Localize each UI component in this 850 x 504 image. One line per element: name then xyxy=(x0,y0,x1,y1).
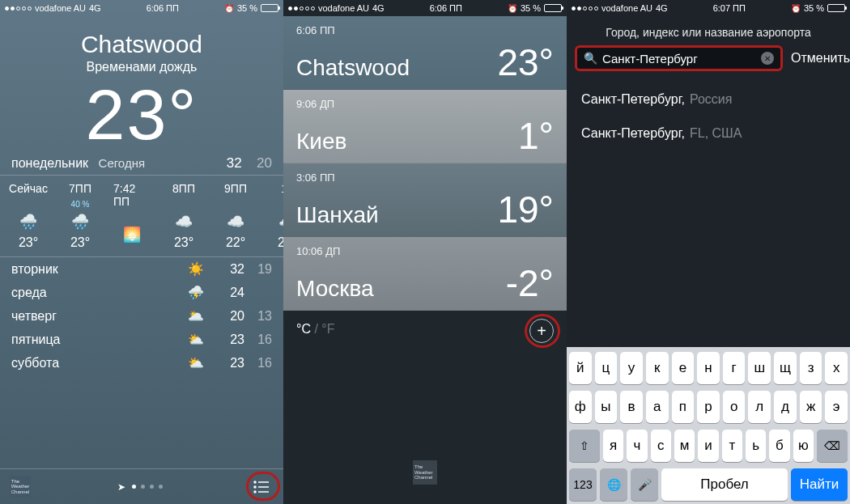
clear-input-button[interactable]: ✕ xyxy=(761,52,774,65)
letter-key[interactable]: а xyxy=(646,391,669,423)
svg-point-0 xyxy=(254,481,256,483)
weather-channel-logo[interactable]: The Weather Channel xyxy=(413,460,437,485)
unit-fahrenheit[interactable]: °F xyxy=(321,322,334,336)
letter-key[interactable]: ч xyxy=(627,430,647,462)
letter-key[interactable]: т xyxy=(722,430,742,462)
signal-dots-icon xyxy=(572,6,598,11)
city-row[interactable]: 3:06 ППШанхай19° xyxy=(283,163,567,237)
day-low: 19 xyxy=(244,262,272,277)
city-row[interactable]: 10:06 ДПМосква-2° xyxy=(283,237,567,311)
letter-key[interactable]: э xyxy=(825,391,848,423)
numbers-key[interactable]: 123 xyxy=(569,468,597,501)
today-low: 20 xyxy=(257,155,272,171)
unit-toggle[interactable]: °C / °F xyxy=(296,322,554,337)
list-bottom-bar: °C / °F + The Weather Channel xyxy=(283,311,567,504)
city-row[interactable]: 9:06 ДПКиев1° xyxy=(283,90,567,163)
letter-key[interactable]: п xyxy=(672,391,695,423)
letter-key[interactable]: к xyxy=(646,352,669,384)
letter-key[interactable]: б xyxy=(769,430,789,462)
result-main: Санкт-Петербург, xyxy=(581,126,685,141)
globe-key[interactable]: 🌐 xyxy=(600,468,627,501)
unit-celsius[interactable]: °C xyxy=(296,322,311,336)
weather-icon: 🌧️ xyxy=(71,213,89,231)
letter-key[interactable]: м xyxy=(674,430,695,462)
city-temp: 23° xyxy=(497,44,554,81)
hour-temp: 22° xyxy=(278,235,283,250)
weather-channel-logo[interactable]: The Weather Channel xyxy=(10,476,31,498)
shift-key[interactable]: ⇧ xyxy=(569,430,600,462)
signal-dots-icon xyxy=(5,6,32,11)
letter-key[interactable]: ф xyxy=(569,391,592,423)
page-indicator[interactable]: ➤ xyxy=(117,481,163,493)
cancel-button[interactable]: Отменить xyxy=(791,51,850,66)
letter-key[interactable]: г xyxy=(723,352,746,384)
letter-key[interactable]: р xyxy=(697,391,720,423)
letter-key[interactable]: з xyxy=(800,352,822,384)
result-main: Санкт-Петербург, xyxy=(581,92,685,107)
letter-key[interactable]: ш xyxy=(748,352,771,384)
current-temperature: 23° xyxy=(0,79,283,150)
letter-key[interactable]: ы xyxy=(595,391,618,423)
letter-key[interactable]: у xyxy=(620,352,643,384)
letter-key[interactable]: л xyxy=(748,391,771,423)
city-list-button[interactable] xyxy=(249,475,274,499)
letter-key[interactable]: ь xyxy=(746,430,766,462)
letter-key[interactable]: д xyxy=(774,391,797,423)
city-name: Chatswood xyxy=(0,31,283,58)
search-field[interactable]: 🔍 ✕ xyxy=(575,45,783,71)
search-key[interactable]: Найти xyxy=(791,468,848,501)
weather-icon: 🌅 xyxy=(123,226,141,244)
letter-key[interactable]: с xyxy=(651,430,671,462)
weather-icon: ☀️ xyxy=(180,261,212,277)
letter-key[interactable]: ю xyxy=(793,430,814,462)
letter-key[interactable]: в xyxy=(620,391,643,423)
hour-label: 8ПП xyxy=(172,182,195,195)
city-name: Шанхай xyxy=(296,202,379,228)
day-label: суббота xyxy=(11,356,180,371)
hourly-cell: 7ПП40 %🌧️23° xyxy=(62,182,99,250)
add-city-button[interactable]: + xyxy=(529,319,554,343)
carrier-label: vodafone AU xyxy=(318,3,369,13)
weather-icon: ⛈️ xyxy=(180,285,212,300)
hour-temp: 23° xyxy=(19,235,38,250)
space-key[interactable]: Пробел xyxy=(661,468,788,501)
clock-label: 6:06 ПП xyxy=(430,3,462,13)
city-name: Москва xyxy=(296,276,374,302)
city-time: 6:06 ПП xyxy=(296,24,335,36)
daily-forecast[interactable]: вторник☀️3219среда⛈️24четверг🌥️2013пятни… xyxy=(0,257,283,375)
letter-key[interactable]: я xyxy=(603,430,623,462)
list-icon xyxy=(253,480,270,494)
hourly-cell: 7:42 ПП🌅 xyxy=(113,182,151,250)
search-result[interactable]: Санкт-Петербург,FL, США xyxy=(567,116,850,150)
clock-label: 6:07 ПП xyxy=(713,3,746,13)
daily-row: суббота⛅2316 xyxy=(0,351,283,375)
search-icon: 🔍 xyxy=(584,52,597,65)
backspace-key[interactable]: ⌫ xyxy=(817,430,848,462)
search-input[interactable] xyxy=(602,52,756,66)
letter-key[interactable]: х xyxy=(825,352,848,384)
day-high: 23 xyxy=(212,332,244,347)
daily-row: среда⛈️24 xyxy=(0,281,283,304)
letter-key[interactable]: о xyxy=(723,391,746,423)
city-row[interactable]: 6:06 ППChatswood23° xyxy=(283,16,567,90)
mic-key[interactable]: 🎤 xyxy=(631,468,658,501)
weather-icon: 🌧️ xyxy=(19,213,37,231)
search-result[interactable]: Санкт-Петербург,Россия xyxy=(567,83,850,116)
search-prompt: Город, индекс или название аэропорта xyxy=(567,16,850,45)
letter-key[interactable]: щ xyxy=(774,352,797,384)
letter-key[interactable]: й xyxy=(569,352,592,384)
letter-key[interactable]: ц xyxy=(595,352,618,384)
today-label: Сегодня xyxy=(99,156,146,170)
network-label: 4G xyxy=(372,3,385,13)
status-bar: vodafone AU 4G 6:07 ПП ⏰ 35 % xyxy=(567,0,850,16)
location-arrow-icon: ➤ xyxy=(117,481,125,493)
letter-key[interactable]: н xyxy=(697,352,720,384)
battery-icon xyxy=(261,4,278,12)
day-label: пятница xyxy=(11,332,180,347)
letter-key[interactable]: ж xyxy=(800,391,822,423)
letter-key[interactable]: и xyxy=(698,430,718,462)
letter-key[interactable]: е xyxy=(672,352,695,384)
weather-icon: ⛅ xyxy=(180,332,212,347)
hourly-forecast[interactable]: Сейчас🌧️23°7ПП40 %🌧️23°7:42 ПП🌅8ПП☁️23°9… xyxy=(0,176,283,257)
today-weekday: понедельник xyxy=(11,156,88,170)
